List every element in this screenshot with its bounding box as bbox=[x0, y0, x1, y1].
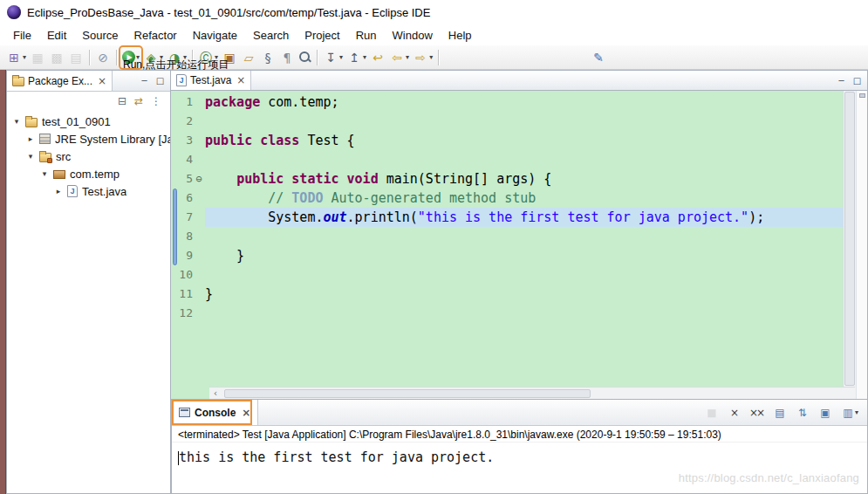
menu-project[interactable]: Project bbox=[297, 26, 347, 45]
save-button[interactable]: ▦ bbox=[28, 47, 47, 68]
console-icon bbox=[179, 408, 190, 417]
print-button[interactable]: ▤ bbox=[66, 47, 85, 68]
show-whitespace-button[interactable]: ¶ bbox=[277, 47, 297, 68]
open-type-button[interactable]: ▱ bbox=[239, 47, 258, 68]
console-tab[interactable]: Console × bbox=[172, 400, 258, 425]
code-line-10[interactable] bbox=[205, 265, 843, 285]
code-line-1[interactable]: package com.temp; bbox=[205, 93, 843, 112]
menu-search[interactable]: Search bbox=[245, 26, 297, 45]
tree-item-src[interactable]: ▾src bbox=[7, 148, 170, 165]
search-button[interactable] bbox=[297, 47, 313, 68]
link-with-editor-icon[interactable]: ⇄ bbox=[134, 96, 143, 106]
overview-ruler[interactable] bbox=[856, 91, 867, 399]
terminate-button[interactable]: ■ bbox=[702, 402, 720, 423]
fold-collapse-icon[interactable]: ⊖ bbox=[193, 169, 205, 189]
editor-tab-testjava[interactable]: J Test.java × bbox=[171, 71, 251, 90]
editor-tabbar: J Test.java × ─ □ bbox=[171, 70, 868, 91]
pin-editor-button[interactable]: ✎ bbox=[589, 47, 608, 68]
scrollbar-thumb[interactable] bbox=[844, 92, 855, 386]
new-wizard-button[interactable]: ⊞▾ bbox=[4, 47, 28, 68]
code-editor[interactable]: 12345⊖6789101112 package com.temp;public… bbox=[171, 91, 868, 399]
code-line-9[interactable]: } bbox=[205, 246, 843, 265]
remove-launch-button[interactable]: × bbox=[725, 402, 742, 423]
scroll-left-icon[interactable]: ‹ bbox=[209, 388, 222, 399]
collapse-all-icon[interactable]: ⊟ bbox=[118, 96, 126, 106]
line-number: 12 bbox=[179, 304, 193, 323]
dropdown-caret-icon: ▾ bbox=[855, 408, 858, 416]
code-line-2[interactable] bbox=[205, 112, 843, 131]
package-icon bbox=[53, 170, 65, 179]
clear-console-button[interactable]: ▤ bbox=[770, 402, 788, 423]
collapse-arrow-icon[interactable]: ▾ bbox=[40, 169, 49, 178]
scrollbar-thumb[interactable] bbox=[224, 389, 591, 398]
expand-arrow-icon[interactable]: ▸ bbox=[54, 187, 63, 196]
view-menu-icon[interactable]: ⋮ bbox=[151, 96, 161, 106]
window-title: Eclipse_ProDesBase_Java - test_01_0901/s… bbox=[27, 6, 430, 19]
collapse-arrow-icon[interactable]: ▾ bbox=[26, 152, 35, 161]
scroll-lock-button[interactable]: ⇅ bbox=[793, 402, 810, 423]
java-project-icon bbox=[25, 118, 38, 127]
show-whitespace-icon: ¶ bbox=[279, 50, 295, 65]
menu-run[interactable]: Run bbox=[348, 26, 385, 45]
code-lines[interactable]: package com.temp;public class Test { pub… bbox=[205, 91, 843, 399]
code-line-5[interactable]: public static void main(String[] args) { bbox=[205, 169, 843, 189]
last-edit-location-button[interactable]: ↩ bbox=[368, 47, 387, 68]
maximize-view-icon[interactable]: □ bbox=[851, 76, 863, 86]
collapse-arrow-icon[interactable]: ▾ bbox=[12, 117, 21, 126]
clear-console-icon: ▤ bbox=[772, 406, 786, 420]
save-all-button[interactable]: ▩ bbox=[47, 47, 66, 68]
code-line-11[interactable]: } bbox=[205, 285, 843, 304]
close-icon[interactable]: × bbox=[236, 74, 245, 86]
pin-console-button[interactable]: ▣ bbox=[816, 402, 833, 423]
code-line-3[interactable]: public class Test { bbox=[205, 131, 843, 150]
line-number: 2 bbox=[179, 112, 193, 131]
close-icon[interactable]: × bbox=[242, 407, 250, 419]
code-line-4[interactable] bbox=[205, 150, 843, 169]
minimize-view-icon[interactable]: ─ bbox=[836, 76, 847, 86]
code-line-8[interactable] bbox=[205, 227, 843, 246]
menu-file[interactable]: File bbox=[5, 26, 39, 45]
last-edit-location-icon: ↩ bbox=[370, 50, 386, 65]
open-console-icon: ▥ bbox=[840, 406, 854, 420]
next-annotation-button[interactable]: ↧▾ bbox=[321, 47, 345, 68]
skip-all-breakpoints-button[interactable]: ⊘ bbox=[93, 47, 113, 68]
line-number: 7 bbox=[179, 208, 193, 227]
toolbar-separator bbox=[438, 50, 439, 65]
jre-library-icon bbox=[39, 134, 51, 144]
package-explorer-tab[interactable]: Package Ex... × bbox=[7, 71, 113, 91]
previous-annotation-button[interactable]: ↥▾ bbox=[345, 47, 368, 68]
menu-navigate[interactable]: Navigate bbox=[185, 26, 245, 45]
menu-window[interactable]: Window bbox=[385, 26, 441, 45]
menu-help[interactable]: Help bbox=[441, 26, 480, 45]
menu-edit[interactable]: Edit bbox=[39, 26, 74, 45]
tree-item-com-temp[interactable]: ▾com.temp bbox=[7, 165, 170, 182]
tree-item-test-01-0901[interactable]: ▾test_01_0901 bbox=[7, 113, 170, 130]
print-icon: ▤ bbox=[68, 50, 84, 65]
console-output[interactable]: this is the first test for java project. bbox=[172, 443, 867, 493]
code-line-7[interactable]: System.out.println("this is the first te… bbox=[205, 208, 843, 227]
externalize-strings-button[interactable]: § bbox=[258, 47, 277, 68]
scroll-lock-icon: ⇅ bbox=[795, 406, 809, 420]
tree-item-jre-system-library-ja[interactable]: ▸JRE System Library [Ja bbox=[7, 130, 170, 148]
line-number: 10 bbox=[179, 265, 193, 285]
menu-refactor[interactable]: Refactor bbox=[126, 26, 185, 45]
menu-source[interactable]: Source bbox=[74, 26, 126, 45]
minimize-view-icon[interactable]: ─ bbox=[139, 76, 150, 86]
remove-all-launches-button[interactable]: ×× bbox=[748, 402, 765, 423]
tree-item-label: test_01_0901 bbox=[42, 115, 111, 128]
close-icon[interactable]: × bbox=[98, 75, 106, 87]
tree-item-test-java[interactable]: ▸JTest.java bbox=[7, 182, 170, 200]
project-tree: ▾test_01_0901▸JRE System Library [Ja▾src… bbox=[7, 110, 170, 493]
vertical-scrollbar[interactable] bbox=[843, 91, 856, 399]
maximize-view-icon[interactable]: □ bbox=[154, 76, 166, 86]
code-line-6[interactable]: // TODO Auto-generated method stub bbox=[205, 189, 843, 208]
back-button[interactable]: ⇦▾ bbox=[387, 47, 411, 68]
horizontal-scrollbar[interactable]: ‹ bbox=[209, 387, 855, 399]
skip-all-breakpoints-icon: ⊘ bbox=[95, 50, 111, 65]
code-line-12[interactable] bbox=[205, 304, 843, 323]
forward-button[interactable]: ⇨▾ bbox=[411, 47, 434, 68]
line-numbers: 12345⊖6789101112 bbox=[179, 91, 205, 399]
view-window-buttons: ─ □ bbox=[139, 76, 170, 86]
expand-arrow-icon[interactable]: ▸ bbox=[26, 134, 35, 143]
open-console-button[interactable]: ▥▾ bbox=[838, 402, 860, 423]
